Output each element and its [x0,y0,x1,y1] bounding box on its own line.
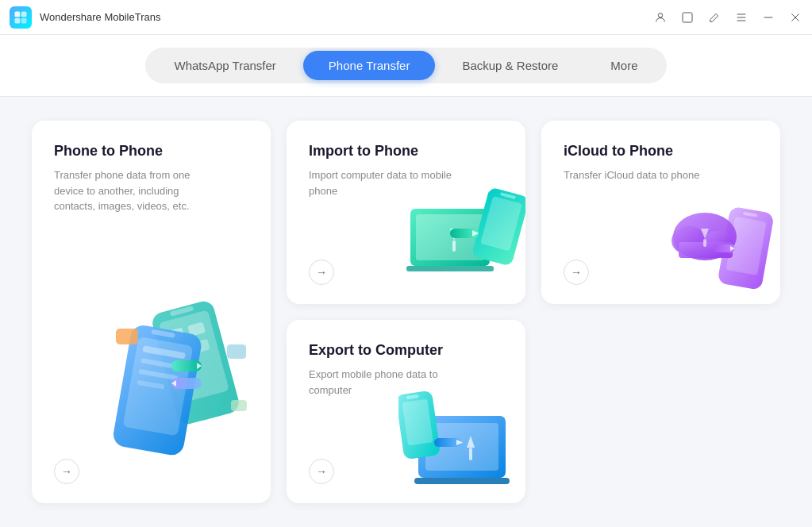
card-icloud-arrow[interactable]: → [564,260,589,285]
edit-icon[interactable] [707,10,722,25]
export-illustration [398,384,518,495]
card-import-arrow[interactable]: → [309,260,334,285]
close-icon[interactable] [788,10,802,25]
card-phone-to-phone[interactable]: Phone to Phone Transfer phone data from … [32,121,271,503]
card-import-to-phone[interactable]: Import to Phone Import computer data to … [287,121,525,304]
svg-point-4 [658,13,662,17]
svg-rect-35 [406,266,494,271]
nav-bar: WhatsApp Transfer Phone Transfer Backup … [0,35,812,97]
titlebar-left: Wondershare MobileTrans [10,6,160,29]
minimize-icon[interactable] [761,10,775,25]
icloud-illustration [661,185,772,296]
tab-backup[interactable]: Backup & Restore [437,51,583,80]
titlebar-controls [653,10,802,25]
svg-rect-31 [227,344,246,359]
card-export-arrow[interactable]: → [309,459,334,484]
svg-rect-51 [703,239,706,247]
card-export-title: Export to Computer [309,342,503,359]
card-icloud-desc: Transfer iCloud data to phone [564,167,706,183]
titlebar: Wondershare MobileTrans [0,0,812,35]
main-content: Phone to Phone Transfer phone data from … [0,97,812,527]
svg-rect-1 [21,11,27,17]
svg-rect-37 [452,240,456,252]
svg-rect-3 [21,17,27,23]
tab-phone[interactable]: Phone Transfer [303,51,436,80]
menu-icon[interactable] [734,10,749,25]
tab-whatsapp[interactable]: WhatsApp Transfer [148,51,301,80]
phone-to-phone-illustration [104,281,263,456]
svg-rect-2 [15,17,21,23]
svg-rect-58 [469,448,472,460]
import-illustration [406,185,518,296]
user-icon[interactable] [653,10,668,25]
nav-tabs: WhatsApp Transfer Phone Transfer Backup … [145,48,666,83]
svg-rect-56 [414,478,510,484]
svg-rect-30 [116,329,138,344]
card-icloud-title: iCloud to Phone [564,143,758,160]
svg-rect-32 [231,400,247,411]
card-phone-to-phone-desc: Transfer phone data from one device to a… [54,167,197,214]
card-phone-to-phone-arrow[interactable]: → [54,459,79,484]
card-import-title: Import to Phone [309,143,503,160]
svg-rect-0 [15,11,21,17]
app-icon [10,6,32,29]
svg-rect-5 [683,13,692,22]
tab-more[interactable]: More [585,51,663,80]
card-phone-to-phone-title: Phone to Phone [54,143,248,160]
window-icon[interactable] [680,10,695,25]
card-icloud-to-phone[interactable]: iCloud to Phone Transfer iCloud data to … [541,121,780,304]
app-title: Wondershare MobileTrans [40,11,160,23]
card-export-to-computer[interactable]: Export to Computer Export mobile phone d… [287,320,525,503]
